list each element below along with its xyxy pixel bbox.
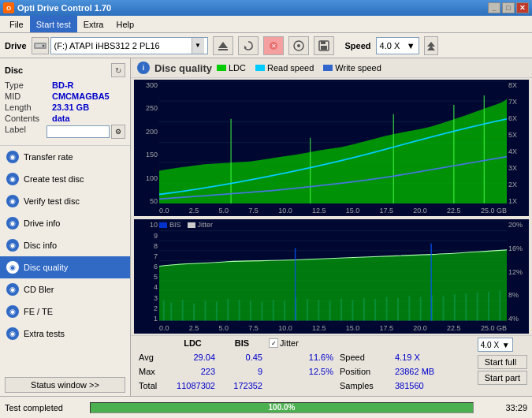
- upper-chart-yaxis: 300 250 200 150 100 50: [134, 80, 159, 216]
- titlebar: O Opti Drive Control 1.70 _ □ ✕: [0, 0, 532, 16]
- stats-ldc-header: LDC: [167, 338, 218, 352]
- disc-quality-icon: ◉: [6, 261, 19, 274]
- stats-max-speed-val: 23862 MB: [392, 366, 455, 380]
- test-speed-arrow: ▼: [502, 341, 510, 349]
- bis-legend-color: [159, 222, 167, 228]
- refresh-button[interactable]: [238, 36, 259, 55]
- stats-total-speed-val: 381560: [392, 380, 455, 394]
- sidebar-item-create-test-disc[interactable]: ◉ Create test disc: [0, 168, 130, 190]
- eject-button[interactable]: [213, 36, 233, 55]
- upper-chart-area: [159, 81, 507, 203]
- stats-max-label: Max: [136, 366, 167, 380]
- status-text: Test completed: [5, 403, 84, 412]
- stats-speed-header-right: [392, 338, 455, 352]
- disc-info-nav-icon: ◉: [6, 239, 19, 252]
- lower-chart-yaxis: 10 9 8 7 6 5 4 3 2 1: [134, 219, 159, 334]
- test-speed-value: 4.0 X: [481, 341, 499, 349]
- titlebar-title: Opti Drive Control 1.70: [17, 3, 111, 13]
- drive-label: Drive: [5, 41, 27, 50]
- menu-help[interactable]: Help: [110, 16, 140, 32]
- disc-quality-title: Disc quality: [154, 62, 212, 74]
- jitter-legend-color: [188, 222, 195, 228]
- start-full-button[interactable]: Start full: [478, 355, 527, 369]
- sidebar-item-transfer-rate[interactable]: ◉ Transfer rate: [0, 146, 130, 168]
- fe-te-icon: ◉: [6, 305, 19, 318]
- sidebar-item-disc-info[interactable]: ◉ Disc info: [0, 234, 130, 256]
- read-speed-color: [255, 65, 265, 71]
- disc-label-input[interactable]: [47, 125, 110, 138]
- nav-disc-quality-label: Disc quality: [24, 263, 68, 272]
- lower-chart-legend: BIS Jitter: [159, 221, 213, 229]
- legend-ldc: LDC: [217, 63, 246, 73]
- status-time: 33:29: [480, 403, 527, 412]
- transfer-rate-icon: ◉: [6, 151, 19, 163]
- sidebar-item-fe-te[interactable]: ◉ FE / TE: [0, 300, 130, 323]
- drive-dropdown-value: (F:) ATAPI iHBS312 2 PL16: [54, 41, 160, 50]
- stats-total-bis: 172352: [218, 380, 266, 394]
- stats-total-speed-label: Samples: [337, 380, 392, 394]
- maximize-button[interactable]: □: [502, 2, 515, 13]
- sidebar: Disc ↻ Type BD-R MID CMCMAGBA5 Length 23…: [0, 58, 131, 396]
- charts-container: 300 250 200 150 100 50 8X 7X 6X 5X 4X 3X…: [131, 78, 532, 335]
- disc-label-button[interactable]: ⚙: [111, 125, 125, 139]
- svg-rect-4: [218, 49, 228, 50]
- cd-bler-icon: ◉: [6, 283, 19, 296]
- disc-info-button[interactable]: [288, 36, 309, 55]
- ldc-color: [217, 65, 226, 71]
- main-content: Disc ↻ Type BD-R MID CMCMAGBA5 Length 23…: [0, 58, 532, 396]
- svg-text:✕: ✕: [270, 43, 276, 50]
- bis-legend: BIS: [159, 221, 181, 229]
- disc-section-label: Disc: [5, 65, 23, 75]
- speed-up-button[interactable]: [424, 36, 438, 55]
- nav-fe-te-label: FE / TE: [24, 307, 53, 316]
- statusbar: Test completed 100.0% 33:29: [0, 396, 532, 418]
- lower-chart: BIS Jitter 10 9 8 7 6 5 4 3 2: [134, 219, 529, 334]
- nav-create-test-disc-label: Create test disc: [24, 174, 84, 184]
- nav-transfer-rate-label: Transfer rate: [24, 152, 73, 162]
- verify-test-disc-icon: ◉: [6, 195, 19, 207]
- sidebar-item-extra-tests[interactable]: ◉ Extra tests: [0, 323, 130, 345]
- disc-info-header: Disc ↻: [5, 63, 125, 77]
- progress-bar-container: 100.0%: [90, 402, 474, 413]
- sidebar-item-verify-test-disc[interactable]: ◉ Verify test disc: [0, 190, 130, 212]
- write-speed-color: [323, 65, 333, 71]
- create-test-disc-icon: ◉: [6, 173, 19, 185]
- close-button[interactable]: ✕: [516, 2, 529, 13]
- stats-avg-label: Avg: [136, 352, 167, 366]
- ldc-label: LDC: [229, 63, 246, 73]
- start-part-button[interactable]: Start part: [478, 371, 527, 385]
- jitter-legend-label: Jitter: [198, 221, 214, 229]
- jitter-checkbox[interactable]: ✓: [269, 338, 278, 348]
- speed-combo: 4.0 X ▼: [478, 338, 527, 352]
- speed-label: Speed: [345, 41, 371, 50]
- menu-extra[interactable]: Extra: [77, 16, 110, 32]
- stats-avg-ldc: 29.04: [167, 352, 218, 366]
- speed-dropdown[interactable]: 4.0 X ▼: [376, 37, 419, 54]
- titlebar-left: O Opti Drive Control 1.70: [3, 2, 111, 13]
- menu-start-test[interactable]: Start test: [30, 16, 77, 32]
- status-window-button[interactable]: Status window >>: [5, 377, 125, 393]
- disc-type-value: BD-R: [52, 80, 74, 90]
- drive-dropdown[interactable]: (F:) ATAPI iHBS312 2 PL16 ▼: [50, 37, 208, 54]
- nav-disc-info-label: Disc info: [24, 241, 57, 250]
- drive-dropdown-arrow: ▼: [192, 38, 204, 54]
- stats-avg-speed-label: Speed: [337, 352, 392, 366]
- stats-avg-jitter: 11.6%: [266, 352, 337, 366]
- jitter-checkbox-container: ✓ Jitter: [269, 338, 333, 348]
- erase-button[interactable]: ✕: [263, 36, 284, 55]
- sidebar-item-disc-quality[interactable]: ◉ Disc quality: [0, 256, 130, 278]
- stats-max-jitter: 12.5%: [266, 366, 337, 380]
- disc-refresh-button[interactable]: ↻: [111, 63, 125, 77]
- sidebar-item-cd-bler[interactable]: ◉ CD Bler: [0, 278, 130, 300]
- minimize-button[interactable]: _: [488, 2, 500, 13]
- legend-read-speed: Read speed: [255, 63, 314, 73]
- upper-chart-yaxis-right: 8X 7X 6X 5X 4X 3X 2X 1X: [507, 80, 529, 216]
- menu-file[interactable]: File: [3, 16, 30, 32]
- disc-info-panel: Disc ↻ Type BD-R MID CMCMAGBA5 Length 23…: [0, 58, 130, 146]
- svg-point-2: [42, 44, 44, 47]
- disc-mid-row: MID CMCMAGBA5: [5, 91, 125, 101]
- sidebar-item-drive-info[interactable]: ◉ Drive info: [0, 212, 130, 234]
- test-speed-dropdown[interactable]: 4.0 X ▼: [478, 338, 513, 352]
- save-button[interactable]: [314, 36, 334, 55]
- stats-max-ldc: 223: [167, 366, 218, 380]
